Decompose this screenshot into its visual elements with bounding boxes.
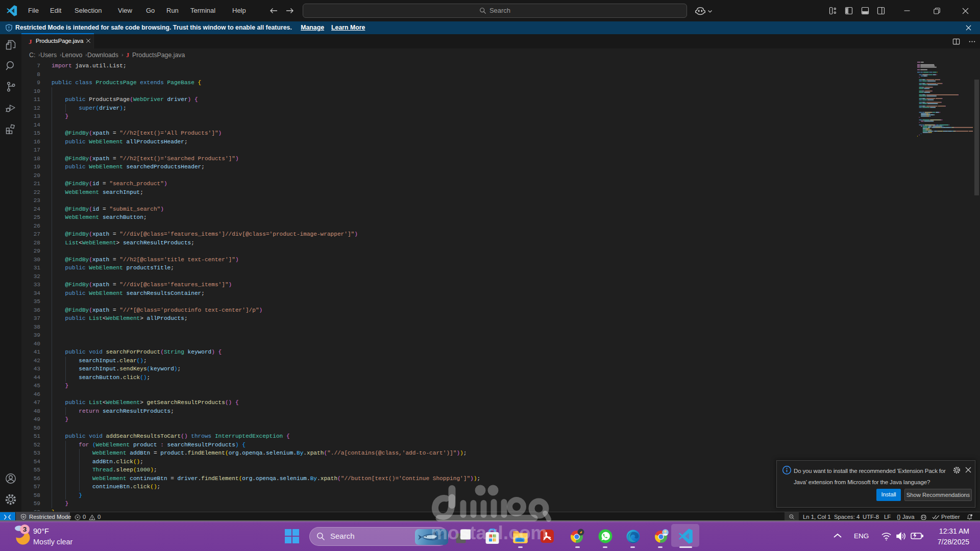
svg-text:3: 3 [23,525,27,533]
